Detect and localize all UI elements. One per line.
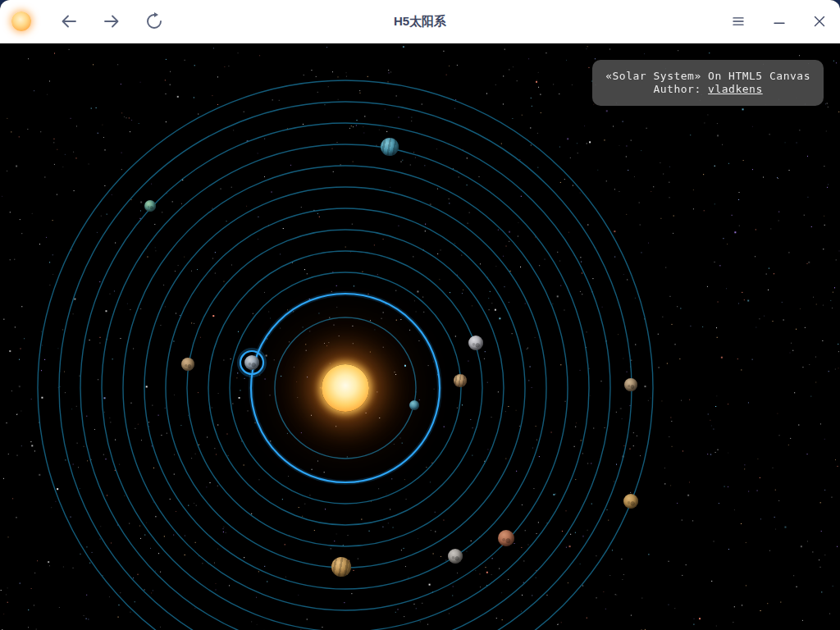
orbit-rings [0, 43, 840, 630]
browser-window: H5太阳系 «Solar System» On HT [0, 0, 840, 630]
sun[interactable] [322, 364, 369, 412]
planet-5[interactable] [181, 358, 194, 371]
info-box: «Solar System» On HTML5 Canvas Author: v… [592, 60, 824, 106]
hamburger-menu-icon [729, 12, 747, 30]
info-title: «Solar System» On HTML5 Canvas [605, 70, 810, 83]
planet-11[interactable] [624, 378, 637, 391]
close-icon [810, 12, 829, 30]
planet-2[interactable] [244, 355, 259, 370]
author-link[interactable]: vladkens [708, 83, 763, 95]
forward-button[interactable] [102, 11, 121, 31]
solar-system-canvas[interactable]: «Solar System» On HTML5 Canvas Author: v… [0, 43, 840, 630]
planet-3[interactable] [454, 374, 467, 387]
back-button[interactable] [59, 11, 79, 31]
orbit-ring [38, 80, 653, 630]
minimize-button[interactable] [769, 11, 789, 31]
minimize-icon [770, 12, 788, 30]
window-title: H5太阳系 [0, 14, 840, 30]
planet-10[interactable] [144, 200, 156, 212]
back-arrow-icon [59, 11, 79, 31]
window-controls [728, 11, 840, 31]
planet-8[interactable] [498, 530, 514, 546]
forward-arrow-icon [102, 11, 121, 31]
planet-12[interactable] [623, 494, 638, 509]
planet-9[interactable] [381, 138, 399, 156]
planet-6[interactable] [331, 557, 351, 577]
planet-4[interactable] [468, 336, 483, 350]
sun-favicon-icon [11, 11, 31, 31]
author-label: Author: [653, 83, 701, 95]
reload-button[interactable] [144, 11, 164, 31]
reload-icon [144, 11, 164, 31]
menu-button[interactable] [728, 11, 748, 31]
planet-1[interactable] [409, 400, 419, 410]
close-button[interactable] [810, 11, 829, 31]
info-author-line: Author: vladkens [605, 83, 810, 96]
planet-7[interactable] [448, 549, 463, 564]
browser-headerbar: H5太阳系 [0, 0, 840, 43]
